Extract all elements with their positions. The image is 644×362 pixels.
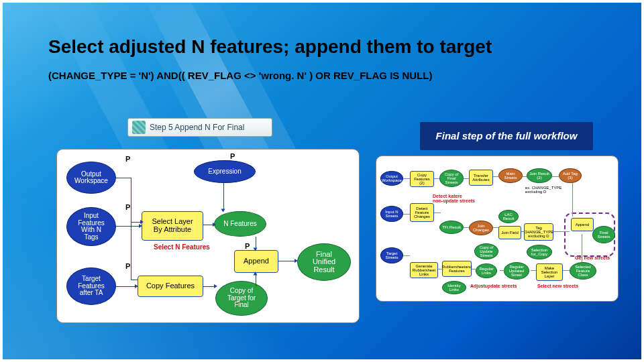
mini-node: GenerateRubbersheetLinks (410, 262, 438, 278)
mini-node: Join Field (498, 226, 521, 239)
slide-subtitle: (CHANGE_TYPE = 'N') AND(( REV_FLAG <> 'w… (48, 70, 614, 81)
mini-node: RubbersheetandFeatures (442, 261, 472, 277)
mini-node: DetectFeatureChanges (410, 203, 434, 222)
p-label: P (230, 152, 235, 160)
mini-node: RegularUpdatedStreet (504, 262, 529, 280)
node-target-features-ta: TargetFeaturesafter TA (66, 267, 116, 305)
mini-node: TFt Result (439, 221, 464, 234)
workflow-diagram-right: OutputWorkspace Input NStreets TargetStr… (376, 156, 619, 302)
mini-node: Selectionfor_Copy (527, 245, 552, 259)
mini-node: Tag CHANGE_TYPEexcluding D (524, 223, 553, 241)
mini-node: Copy ofUpdateStreets (474, 243, 498, 259)
step-icon (132, 121, 146, 134)
p-label: P (125, 262, 130, 270)
mini-node: LACResult (498, 210, 519, 223)
node-n-features: N Features (214, 211, 266, 237)
node-append: Append (234, 250, 278, 273)
workflow-diagram-left: OutputWorkspace InputFeaturesWith NTags … (56, 149, 360, 323)
mini-node: OutputWorkspace (380, 171, 403, 186)
mini-node: Input NStreets (380, 206, 403, 222)
caption-select-n: Select N Features (154, 243, 210, 251)
p-label: P (245, 242, 250, 250)
mini-node: CopyFeatures(2) (410, 171, 434, 187)
banner-text: Final step of the full workflow (436, 130, 578, 141)
node-select-layer-by-attribute: Select LayerBy Attribute (142, 211, 203, 241)
mini-node: IdentityLinks (442, 281, 466, 294)
step-chip: Step 5 Append N For Final (127, 118, 272, 137)
step-chip-label: Step 5 Append N For Final (150, 123, 244, 132)
node-input-features-n: InputFeaturesWith NTags (66, 207, 116, 246)
mini-node: Add Tag(3) (559, 168, 582, 183)
mini-node: Join Result(2) (527, 168, 552, 183)
mini-label: ex. CHANGE_TYPEexcluding D (525, 186, 570, 194)
mini-caption: Detect katerenon-update streets (433, 194, 475, 203)
mini-node: SelectedFeatureClass (570, 262, 596, 280)
mini-node: TargetStreets (380, 247, 403, 263)
final-step-banner: Final step of the full workflow (420, 122, 593, 150)
mini-node: TransferAttributes (469, 170, 493, 186)
node-expression: Expression (194, 160, 256, 183)
node-output-workspace: OutputWorkspace (66, 162, 116, 194)
slide: Select adjusted N features; append them … (0, 0, 644, 362)
node-copy-features: Copy Features (138, 276, 203, 297)
mini-caption: Get new streets (575, 255, 610, 260)
node-final-unified-result: FinalUnifiedResult (297, 243, 351, 281)
p-label: P (125, 203, 130, 211)
mini-node: MakeSelectionLayer (536, 263, 563, 281)
mini-caption: Select new streets (537, 284, 578, 288)
slide-title: Select adjusted N features; append them … (48, 36, 614, 58)
mini-node: Copy ofFinalStreets (439, 170, 464, 187)
mini-node: RegularLinks (476, 263, 497, 278)
mini-node: MainStreets (498, 168, 523, 183)
mini-node-final: FinalStreets (592, 226, 615, 243)
mini-node: JoinChanges (469, 221, 493, 235)
mini-node: Append (571, 218, 594, 231)
node-copy-of-target: Copy ofTarget forFinal (215, 281, 268, 316)
p-label: P (125, 155, 130, 163)
mini-caption: Adjustupdate streets (470, 284, 517, 288)
